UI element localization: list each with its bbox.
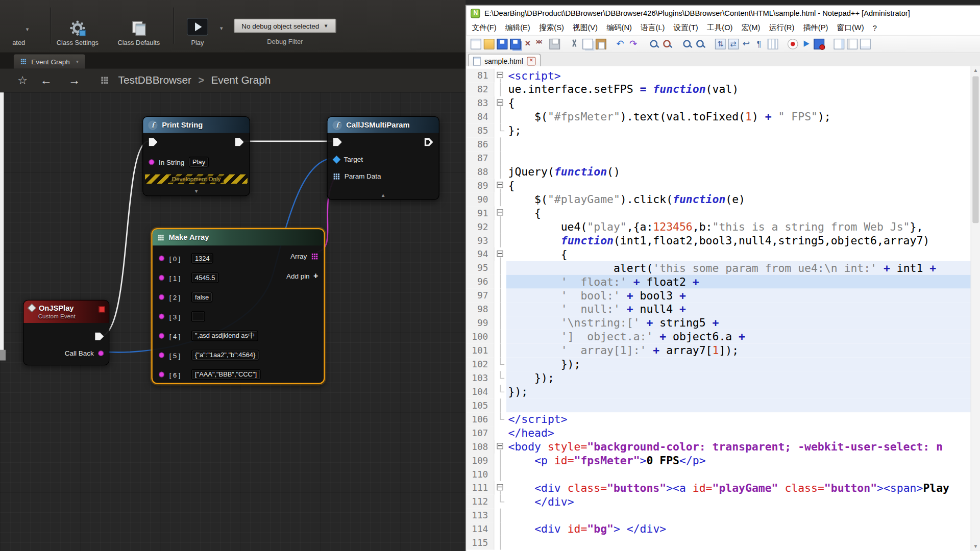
code-line[interactable]: 82ue.interface.setFPS = function(val) bbox=[466, 83, 980, 96]
array-element-pin[interactable] bbox=[159, 275, 164, 281]
fold-toggle[interactable] bbox=[495, 96, 506, 110]
code-line[interactable]: 106</script> bbox=[466, 412, 980, 426]
copy-icon[interactable] bbox=[582, 39, 593, 49]
code-line[interactable]: 85}; bbox=[466, 123, 980, 137]
tab-sample-html[interactable]: sample.html × bbox=[468, 54, 541, 67]
menu-item[interactable]: 插件(P) bbox=[799, 20, 832, 35]
node-make-array[interactable]: Make Array [ 0 ]1324[ 1 ]4545.5[ 2 ]fals… bbox=[151, 228, 325, 384]
node-print-string[interactable]: f Print String In String Play Developmen… bbox=[142, 116, 250, 196]
code-line[interactable]: 105 bbox=[466, 398, 980, 412]
code-editor[interactable]: 81<script>82ue.interface.setFPS = functi… bbox=[466, 66, 980, 551]
pin-value-input[interactable]: 1324 bbox=[191, 253, 213, 264]
code-line[interactable]: 104}); bbox=[466, 385, 980, 398]
pin-value-input[interactable] bbox=[191, 311, 205, 322]
array-element-pin[interactable] bbox=[159, 353, 164, 358]
array-element-pin[interactable] bbox=[159, 333, 164, 339]
scroll-up-arrow-icon[interactable]: ▲ bbox=[971, 66, 980, 75]
array-pin-icon[interactable] bbox=[334, 173, 339, 179]
node-header[interactable]: f Print String bbox=[143, 117, 249, 133]
code-line[interactable]: 90 $("#playGame").click(function(e) bbox=[466, 192, 980, 206]
redo-icon[interactable] bbox=[629, 39, 640, 49]
fold-toggle[interactable] bbox=[495, 247, 506, 261]
code-line[interactable]: 92 ue4("play",{a:123456,b:"this is a str… bbox=[466, 220, 980, 234]
pin-value-input[interactable]: ["AAA","BBB","CCC"] bbox=[191, 369, 261, 380]
zoom-in-icon[interactable] bbox=[682, 39, 693, 49]
function-list-icon[interactable] bbox=[834, 39, 844, 49]
find-icon[interactable] bbox=[649, 39, 659, 49]
code-line[interactable]: 101 ' array[1]:' + array7[1]); bbox=[466, 343, 980, 357]
string-pin-icon[interactable] bbox=[149, 159, 154, 165]
menu-item[interactable]: 工具(O) bbox=[702, 20, 737, 35]
code-line[interactable]: 94 { bbox=[466, 247, 980, 261]
menu-item[interactable]: 文件(F) bbox=[468, 20, 501, 35]
array-element-pin[interactable] bbox=[159, 372, 164, 378]
code-line[interactable]: 87 bbox=[466, 151, 980, 165]
menu-item[interactable]: 搜索(S) bbox=[534, 20, 568, 35]
scroll-down-arrow-icon[interactable]: ▼ bbox=[971, 542, 980, 551]
paste-icon[interactable] bbox=[596, 39, 606, 49]
exec-out-pin[interactable] bbox=[235, 138, 243, 146]
code-line[interactable]: 107</head> bbox=[466, 426, 980, 440]
fold-toggle[interactable] bbox=[495, 69, 506, 83]
code-line[interactable]: 111 <div class="buttons"><a id="playGame… bbox=[466, 481, 980, 495]
code-line[interactable]: 81<script> bbox=[466, 69, 980, 83]
fold-toggle[interactable] bbox=[495, 440, 506, 454]
code-line[interactable]: 86 bbox=[466, 137, 980, 151]
close-all-icon[interactable] bbox=[536, 39, 547, 49]
node-onjsplay[interactable]: OnJSPlay Custom Event Call Back bbox=[23, 300, 109, 366]
code-line[interactable]: 110 bbox=[466, 467, 980, 481]
exec-in-pin[interactable] bbox=[149, 138, 157, 146]
record-macro-icon[interactable] bbox=[788, 39, 798, 49]
doc-list-icon[interactable] bbox=[860, 39, 871, 49]
node-header[interactable]: f CallJSMultiParam bbox=[328, 117, 439, 133]
tab-close-icon[interactable]: × bbox=[527, 57, 535, 65]
undo-icon[interactable] bbox=[616, 39, 626, 49]
string-pin-icon[interactable] bbox=[98, 350, 104, 356]
add-pin-button[interactable]: Add pin + bbox=[286, 272, 318, 280]
save-icon[interactable] bbox=[497, 39, 507, 49]
zoom-out-icon[interactable] bbox=[695, 39, 706, 49]
code-line[interactable]: 98 ' null:' + null4 + bbox=[466, 303, 980, 316]
print-icon[interactable] bbox=[549, 39, 560, 49]
expand-chevron-icon[interactable]: ▲ bbox=[328, 192, 439, 198]
delegate-pin[interactable] bbox=[99, 306, 105, 312]
pin-value-input[interactable]: ",asd asdjklend as中 bbox=[191, 331, 258, 341]
node-calljsmultiparam[interactable]: f CallJSMultiParam Target Param Data ▲ bbox=[327, 116, 439, 200]
show-symbols-icon[interactable] bbox=[754, 39, 765, 49]
code-line[interactable]: 99 '\nstring:[' + string5 + bbox=[466, 316, 980, 330]
menu-item[interactable]: ? bbox=[868, 21, 881, 34]
play-macro-icon[interactable] bbox=[801, 39, 812, 49]
code-line[interactable]: 109 <p id="fpsMeter">0 FPS</p> bbox=[466, 454, 980, 467]
menu-item[interactable]: 视图(V) bbox=[568, 20, 602, 35]
code-line[interactable]: 84 $("#fpsMeter").text(val.toFixed(1) + … bbox=[466, 110, 980, 124]
pin-value-input[interactable]: Play bbox=[189, 157, 209, 167]
menu-item[interactable]: 运行(R) bbox=[765, 20, 799, 35]
code-line[interactable]: 91 { bbox=[466, 206, 980, 220]
cut-icon[interactable] bbox=[570, 39, 580, 49]
code-line[interactable]: 112 </div> bbox=[466, 495, 980, 509]
menu-item[interactable]: 宏(M) bbox=[737, 20, 765, 35]
code-line[interactable]: 102 }); bbox=[466, 357, 980, 371]
indent-guide-icon[interactable] bbox=[768, 39, 778, 49]
word-wrap-icon[interactable] bbox=[741, 39, 752, 49]
node-header[interactable]: Make Array bbox=[153, 229, 324, 245]
code-line[interactable]: 93 function(int1,float2,bool3,null4,stri… bbox=[466, 234, 980, 247]
pin-value-input[interactable]: 4545.5 bbox=[191, 272, 219, 283]
menu-item[interactable]: 窗口(W) bbox=[832, 20, 868, 35]
open-icon[interactable] bbox=[484, 39, 495, 49]
code-line[interactable]: 96 ' float:' + float2 + bbox=[466, 275, 980, 289]
window-title-bar[interactable]: E:\DearBing\DBProduct\DBBrowser\DBBrowse… bbox=[466, 6, 980, 20]
exec-out-pin[interactable] bbox=[424, 138, 433, 146]
replace-icon[interactable] bbox=[662, 39, 673, 49]
code-line[interactable]: 97 ' bool:' + bool3 + bbox=[466, 289, 980, 303]
exec-out-pin[interactable] bbox=[95, 332, 104, 340]
vertical-scrollbar[interactable]: ▲ ▼ bbox=[971, 66, 980, 551]
code-line[interactable]: 95 alert('this some param from ue4:\n in… bbox=[466, 261, 980, 275]
sync-h-icon[interactable] bbox=[728, 39, 739, 49]
code-line[interactable]: 114 <div id="bg"> </div> bbox=[466, 522, 980, 536]
fold-toggle[interactable] bbox=[495, 481, 506, 495]
code-line[interactable]: 89{ bbox=[466, 179, 980, 192]
code-line[interactable]: 88jQuery(function() bbox=[466, 165, 980, 179]
array-element-pin[interactable] bbox=[159, 256, 164, 261]
save-macro-icon[interactable] bbox=[814, 39, 824, 49]
